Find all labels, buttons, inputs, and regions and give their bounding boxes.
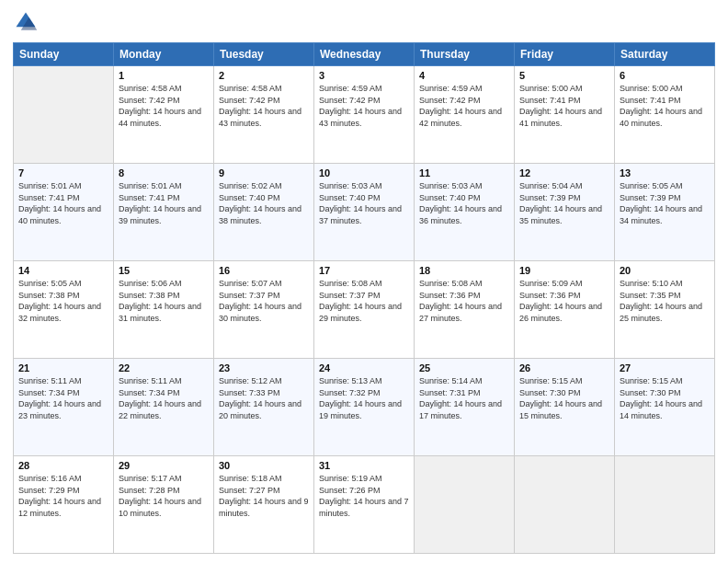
- week-row-1: 1Sunrise: 4:58 AMSunset: 7:42 PMDaylight…: [14, 66, 715, 164]
- day-info: Sunrise: 5:11 AMSunset: 7:34 PMDaylight:…: [18, 375, 108, 421]
- logo-icon: [13, 9, 39, 35]
- day-info: Sunrise: 5:05 AMSunset: 7:38 PMDaylight:…: [18, 278, 108, 324]
- day-number: 26: [519, 362, 609, 373]
- day-info: Sunrise: 5:01 AMSunset: 7:41 PMDaylight:…: [18, 180, 108, 226]
- day-header-tuesday: Tuesday: [214, 43, 314, 66]
- week-row-3: 14Sunrise: 5:05 AMSunset: 7:38 PMDayligh…: [14, 261, 715, 359]
- day-number: 17: [319, 265, 409, 276]
- calendar-cell: 12Sunrise: 5:04 AMSunset: 7:39 PMDayligh…: [515, 164, 615, 261]
- calendar-cell: 31Sunrise: 5:19 AMSunset: 7:26 PMDayligh…: [314, 456, 415, 554]
- day-info: Sunrise: 5:05 AMSunset: 7:39 PMDaylight:…: [620, 180, 710, 226]
- day-number: 11: [419, 167, 509, 178]
- day-info: Sunrise: 4:58 AMSunset: 7:42 PMDaylight:…: [119, 83, 209, 129]
- day-info: Sunrise: 4:59 AMSunset: 7:42 PMDaylight:…: [419, 83, 509, 129]
- day-number: 18: [419, 265, 509, 276]
- day-info: Sunrise: 5:04 AMSunset: 7:39 PMDaylight:…: [519, 180, 609, 226]
- day-number: 30: [219, 460, 309, 471]
- day-header-thursday: Thursday: [415, 43, 515, 66]
- day-number: 13: [620, 167, 710, 178]
- day-number: 22: [119, 362, 209, 373]
- calendar-cell: 28Sunrise: 5:16 AMSunset: 7:29 PMDayligh…: [14, 456, 114, 554]
- day-number: 31: [319, 460, 409, 471]
- calendar-cell: [415, 456, 515, 554]
- calendar-cell: [615, 456, 715, 554]
- calendar-cell: 21Sunrise: 5:11 AMSunset: 7:34 PMDayligh…: [14, 359, 114, 456]
- calendar-cell: 26Sunrise: 5:15 AMSunset: 7:30 PMDayligh…: [515, 359, 615, 456]
- calendar-cell: [14, 66, 114, 164]
- day-number: 9: [219, 167, 309, 178]
- calendar-header: SundayMondayTuesdayWednesdayThursdayFrid…: [14, 43, 715, 66]
- calendar-cell: 22Sunrise: 5:11 AMSunset: 7:34 PMDayligh…: [114, 359, 214, 456]
- calendar-cell: [515, 456, 615, 554]
- day-number: 28: [18, 460, 108, 471]
- day-header-sunday: Sunday: [14, 43, 114, 66]
- day-number: 24: [319, 362, 409, 373]
- page: SundayMondayTuesdayWednesdayThursdayFrid…: [0, 0, 728, 563]
- day-info: Sunrise: 5:02 AMSunset: 7:40 PMDaylight:…: [219, 180, 309, 226]
- week-row-4: 21Sunrise: 5:11 AMSunset: 7:34 PMDayligh…: [14, 359, 715, 456]
- day-info: Sunrise: 5:17 AMSunset: 7:28 PMDaylight:…: [119, 473, 209, 519]
- calendar-cell: 30Sunrise: 5:18 AMSunset: 7:27 PMDayligh…: [214, 456, 314, 554]
- day-info: Sunrise: 5:11 AMSunset: 7:34 PMDaylight:…: [119, 375, 209, 421]
- calendar-cell: 4Sunrise: 4:59 AMSunset: 7:42 PMDaylight…: [415, 66, 515, 164]
- calendar-cell: 17Sunrise: 5:08 AMSunset: 7:37 PMDayligh…: [314, 261, 415, 359]
- day-info: Sunrise: 5:08 AMSunset: 7:36 PMDaylight:…: [419, 278, 509, 324]
- calendar-cell: 11Sunrise: 5:03 AMSunset: 7:40 PMDayligh…: [415, 164, 515, 261]
- day-info: Sunrise: 5:16 AMSunset: 7:29 PMDaylight:…: [18, 473, 108, 519]
- calendar-cell: 8Sunrise: 5:01 AMSunset: 7:41 PMDaylight…: [114, 164, 214, 261]
- calendar-cell: 1Sunrise: 4:58 AMSunset: 7:42 PMDaylight…: [114, 66, 214, 164]
- calendar-cell: 10Sunrise: 5:03 AMSunset: 7:40 PMDayligh…: [314, 164, 415, 261]
- calendar-cell: 6Sunrise: 5:00 AMSunset: 7:41 PMDaylight…: [615, 66, 715, 164]
- calendar-cell: 5Sunrise: 5:00 AMSunset: 7:41 PMDaylight…: [515, 66, 615, 164]
- day-info: Sunrise: 5:03 AMSunset: 7:40 PMDaylight:…: [419, 180, 509, 226]
- day-info: Sunrise: 5:15 AMSunset: 7:30 PMDaylight:…: [519, 375, 609, 421]
- day-header-monday: Monday: [114, 43, 214, 66]
- day-number: 5: [519, 70, 609, 81]
- day-header-saturday: Saturday: [615, 43, 715, 66]
- day-number: 16: [219, 265, 309, 276]
- day-number: 8: [119, 167, 209, 178]
- calendar-cell: 2Sunrise: 4:58 AMSunset: 7:42 PMDaylight…: [214, 66, 314, 164]
- day-header-friday: Friday: [515, 43, 615, 66]
- day-number: 6: [620, 70, 710, 81]
- calendar-cell: 19Sunrise: 5:09 AMSunset: 7:36 PMDayligh…: [515, 261, 615, 359]
- day-info: Sunrise: 5:08 AMSunset: 7:37 PMDaylight:…: [319, 278, 409, 324]
- calendar-cell: 7Sunrise: 5:01 AMSunset: 7:41 PMDaylight…: [14, 164, 114, 261]
- day-number: 29: [119, 460, 209, 471]
- day-number: 19: [519, 265, 609, 276]
- day-number: 10: [319, 167, 409, 178]
- calendar-cell: 27Sunrise: 5:15 AMSunset: 7:30 PMDayligh…: [615, 359, 715, 456]
- day-number: 23: [219, 362, 309, 373]
- day-number: 7: [18, 167, 108, 178]
- day-info: Sunrise: 5:14 AMSunset: 7:31 PMDaylight:…: [419, 375, 509, 421]
- day-info: Sunrise: 5:00 AMSunset: 7:41 PMDaylight:…: [620, 83, 710, 129]
- day-number: 27: [620, 362, 710, 373]
- calendar-cell: 20Sunrise: 5:10 AMSunset: 7:35 PMDayligh…: [615, 261, 715, 359]
- day-info: Sunrise: 5:18 AMSunset: 7:27 PMDaylight:…: [219, 473, 309, 519]
- day-info: Sunrise: 5:09 AMSunset: 7:36 PMDaylight:…: [519, 278, 609, 324]
- calendar-cell: 14Sunrise: 5:05 AMSunset: 7:38 PMDayligh…: [14, 261, 114, 359]
- calendar-cell: 24Sunrise: 5:13 AMSunset: 7:32 PMDayligh…: [314, 359, 415, 456]
- week-row-5: 28Sunrise: 5:16 AMSunset: 7:29 PMDayligh…: [14, 456, 715, 554]
- day-info: Sunrise: 4:58 AMSunset: 7:42 PMDaylight:…: [219, 83, 309, 129]
- day-number: 15: [119, 265, 209, 276]
- calendar-cell: 13Sunrise: 5:05 AMSunset: 7:39 PMDayligh…: [615, 164, 715, 261]
- day-number: 21: [18, 362, 108, 373]
- header: [13, 9, 715, 35]
- day-info: Sunrise: 5:07 AMSunset: 7:37 PMDaylight:…: [219, 278, 309, 324]
- day-info: Sunrise: 5:01 AMSunset: 7:41 PMDaylight:…: [119, 180, 209, 226]
- day-number: 3: [319, 70, 409, 81]
- day-info: Sunrise: 5:00 AMSunset: 7:41 PMDaylight:…: [519, 83, 609, 129]
- day-info: Sunrise: 5:13 AMSunset: 7:32 PMDaylight:…: [319, 375, 409, 421]
- day-info: Sunrise: 5:10 AMSunset: 7:35 PMDaylight:…: [620, 278, 710, 324]
- day-info: Sunrise: 5:03 AMSunset: 7:40 PMDaylight:…: [319, 180, 409, 226]
- calendar-cell: 15Sunrise: 5:06 AMSunset: 7:38 PMDayligh…: [114, 261, 214, 359]
- day-info: Sunrise: 4:59 AMSunset: 7:42 PMDaylight:…: [319, 83, 409, 129]
- logo: [13, 9, 42, 35]
- day-number: 14: [18, 265, 108, 276]
- day-number: 1: [119, 70, 209, 81]
- day-info: Sunrise: 5:15 AMSunset: 7:30 PMDaylight:…: [620, 375, 710, 421]
- day-info: Sunrise: 5:12 AMSunset: 7:33 PMDaylight:…: [219, 375, 309, 421]
- header-row: SundayMondayTuesdayWednesdayThursdayFrid…: [14, 43, 715, 66]
- week-row-2: 7Sunrise: 5:01 AMSunset: 7:41 PMDaylight…: [14, 164, 715, 261]
